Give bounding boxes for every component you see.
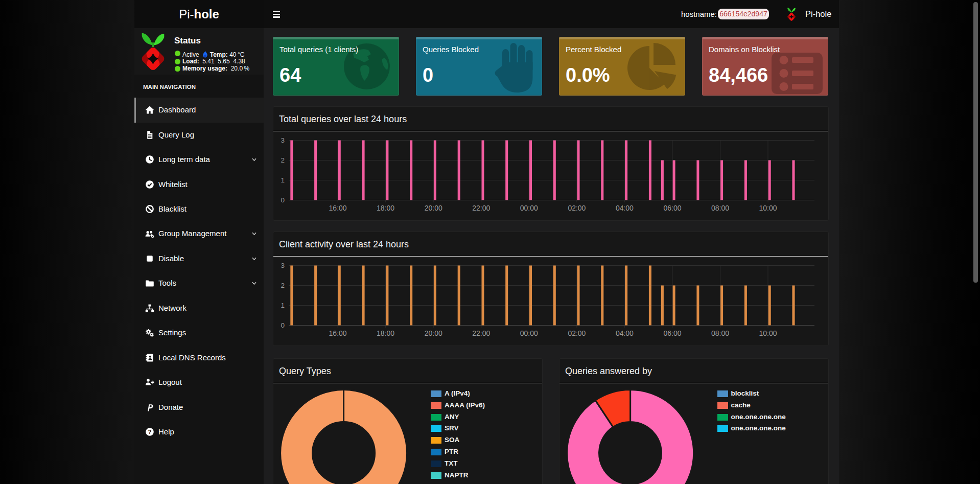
svg-text:22:00: 22:00 [472, 329, 490, 337]
svg-text:10:00: 10:00 [759, 329, 777, 337]
svg-text:02:00: 02:00 [568, 204, 586, 212]
svg-text:16:00: 16:00 [329, 204, 347, 212]
svg-text:22:00: 22:00 [472, 204, 490, 212]
svg-text:04:00: 04:00 [616, 204, 634, 212]
svg-text:3: 3 [281, 262, 285, 269]
svg-text:04:00: 04:00 [616, 329, 634, 337]
svg-text:0: 0 [281, 196, 285, 204]
svg-text:?: ? [148, 429, 151, 435]
svg-text:0: 0 [281, 321, 285, 329]
svg-text:00:00: 00:00 [520, 329, 538, 337]
svg-text:20:00: 20:00 [425, 329, 442, 337]
svg-text:20:00: 20:00 [425, 204, 442, 212]
svg-text:00:00: 00:00 [520, 204, 538, 212]
svg-text:06:00: 06:00 [663, 329, 681, 337]
svg-text:18:00: 18:00 [377, 329, 394, 337]
svg-text:1: 1 [281, 302, 285, 309]
svg-text:1: 1 [281, 176, 285, 184]
svg-text:3: 3 [281, 136, 285, 144]
svg-text:18:00: 18:00 [377, 204, 394, 212]
svg-text:02:00: 02:00 [568, 329, 586, 337]
svg-text:08:00: 08:00 [711, 204, 729, 212]
svg-text:06:00: 06:00 [663, 204, 681, 212]
svg-text:16:00: 16:00 [329, 329, 347, 337]
svg-text:08:00: 08:00 [711, 329, 729, 337]
svg-text:2: 2 [281, 282, 285, 289]
svg-text:2: 2 [281, 156, 285, 164]
svg-text:10:00: 10:00 [759, 204, 777, 212]
